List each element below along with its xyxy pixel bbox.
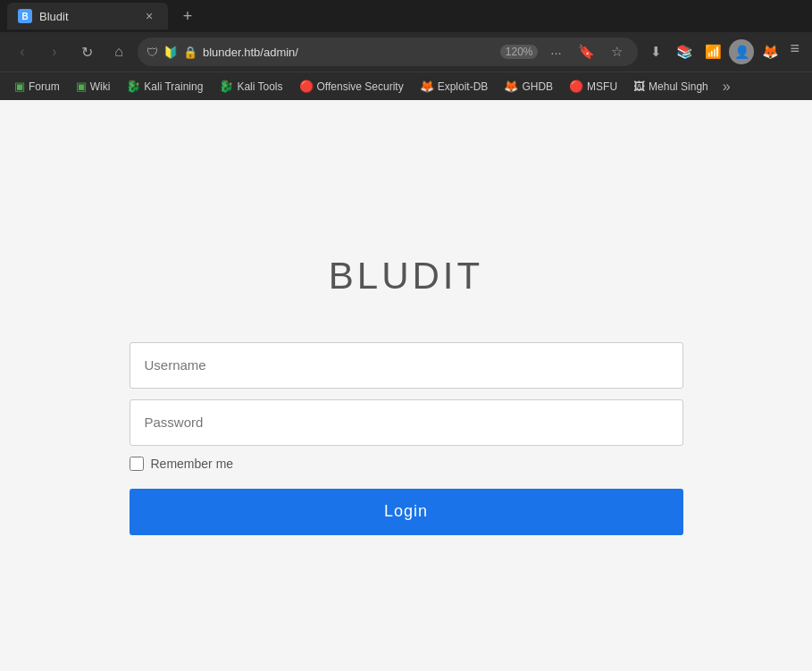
new-tab-button[interactable]: +	[175, 4, 200, 29]
remember-me-checkbox[interactable]	[130, 457, 144, 471]
nav-bar: ‹ › ↻ ⌂ 🛡 🔰 🔒 blunder.htb/admin/ 120% ··…	[0, 32, 812, 71]
menu-button[interactable]: ≡	[786, 39, 803, 64]
more-nav-button[interactable]: ···	[543, 39, 568, 64]
tab-close-button[interactable]: ×	[141, 8, 157, 24]
password-input[interactable]	[130, 399, 683, 446]
bookmark-star-button[interactable]: ☆	[604, 39, 629, 64]
forum-icon: ▣	[14, 80, 25, 93]
kali-tools-icon: 🐉	[219, 80, 233, 93]
mehul-singh-icon: 🖼	[633, 80, 645, 93]
offensive-security-icon: 🔴	[299, 80, 314, 93]
login-button[interactable]: Login	[130, 489, 683, 535]
wiki-label: Wiki	[90, 80, 111, 93]
kali-training-icon: 🐉	[126, 80, 140, 93]
home-button[interactable]: ⌂	[105, 38, 132, 65]
bookmark-msfu[interactable]: 🔴 MSFU	[562, 77, 624, 96]
msfu-icon: 🔴	[569, 80, 583, 93]
nav-extra-buttons: ⬇ 📚 📶 👤 🦊 ≡	[643, 39, 803, 64]
profile-button[interactable]: 👤	[729, 39, 754, 64]
bookmark-mehul-singh[interactable]: 🖼 Mehul Singh	[626, 77, 716, 96]
url-text[interactable]: blunder.htb/admin/	[203, 46, 495, 59]
lock-icon: 🔒	[183, 46, 197, 59]
kali-training-label: Kali Training	[144, 80, 203, 93]
kali-tools-label: Kali Tools	[237, 80, 282, 93]
wiki-icon: ▣	[76, 80, 87, 93]
remember-me-row: Remember me	[130, 457, 683, 471]
login-form: Remember me Login	[130, 342, 683, 535]
bookmark-wiki[interactable]: ▣ Wiki	[69, 77, 118, 96]
more-bookmarks-button[interactable]: »	[717, 79, 736, 95]
refresh-button[interactable]: ↻	[73, 38, 100, 65]
forum-label: Forum	[29, 80, 60, 93]
tab-favicon: B	[18, 9, 32, 23]
remember-me-label[interactable]: Remember me	[151, 457, 234, 471]
bookmark-ghdb[interactable]: 🦊 GHDB	[497, 77, 560, 96]
login-container: BLUDIT Remember me Login	[130, 201, 683, 571]
site-title: BLUDIT	[329, 255, 483, 298]
bookmark-kali-tools[interactable]: 🐉 Kali Tools	[212, 77, 289, 96]
username-input[interactable]	[130, 342, 683, 389]
back-button[interactable]: ‹	[9, 38, 36, 65]
bookmarks-library-button[interactable]: 📚	[672, 39, 697, 64]
offensive-security-label: Offensive Security	[317, 80, 404, 93]
security-icon: 🛡	[146, 46, 158, 59]
bookmark-kali-training[interactable]: 🐉 Kali Training	[119, 77, 210, 96]
sync-button[interactable]: 📶	[700, 39, 725, 64]
title-bar: B Bludit × +	[0, 0, 812, 32]
bookmark-offensive-security[interactable]: 🔴 Offensive Security	[292, 77, 411, 96]
bookmarks-bar: ▣ Forum ▣ Wiki 🐉 Kali Training 🐉 Kali To…	[0, 71, 812, 100]
bookmark-forum[interactable]: ▣ Forum	[7, 77, 67, 96]
address-bar[interactable]: 🛡 🔰 🔒 blunder.htb/admin/ 120% ··· 🔖 ☆	[138, 38, 638, 66]
forward-button[interactable]: ›	[41, 38, 68, 65]
tab-title: Bludit	[39, 10, 134, 23]
exploit-db-icon: 🦊	[420, 80, 434, 93]
ghdb-label: GHDB	[522, 80, 553, 93]
zoom-badge: 120%	[500, 45, 539, 59]
firefox-icon[interactable]: 🦊	[758, 39, 783, 64]
bookmark-exploit-db[interactable]: 🦊 Exploit-DB	[413, 77, 496, 96]
pocket-button[interactable]: 🔖	[573, 39, 599, 64]
site-icon: 🔰	[163, 46, 178, 59]
page-content: BLUDIT Remember me Login	[0, 100, 812, 671]
msfu-label: MSFU	[587, 80, 617, 93]
exploit-db-label: Exploit-DB	[438, 80, 489, 93]
active-tab[interactable]: B Bludit ×	[7, 3, 168, 29]
download-button[interactable]: ⬇	[643, 39, 668, 64]
ghdb-icon: 🦊	[504, 80, 518, 93]
mehul-singh-label: Mehul Singh	[649, 80, 708, 93]
